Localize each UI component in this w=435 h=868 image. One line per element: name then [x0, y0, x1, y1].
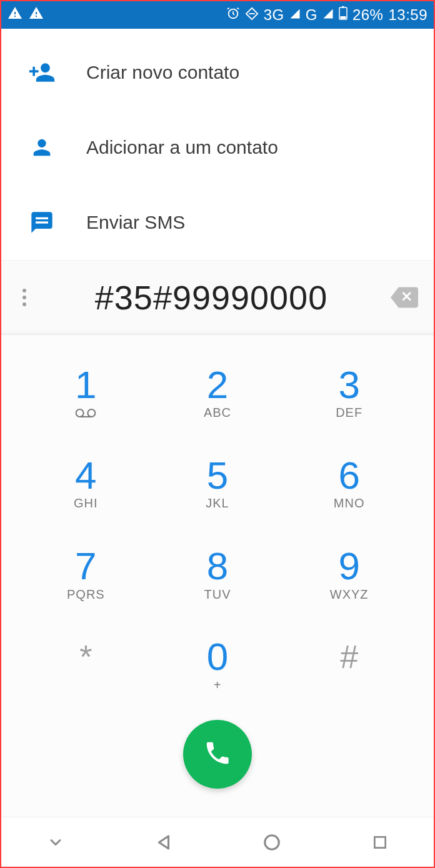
- key-digit: 6: [338, 456, 359, 495]
- key-letters: TUV: [204, 587, 231, 602]
- nav-collapse-button[interactable]: [37, 824, 74, 861]
- sms-icon: [28, 208, 56, 237]
- key-letters: ABC: [204, 406, 231, 421]
- network-g-label: G: [306, 6, 318, 24]
- key-digit: 7: [75, 547, 96, 586]
- key-digit: 1: [75, 366, 96, 404]
- key-hash[interactable]: #: [283, 620, 415, 711]
- key-2[interactable]: 2 ABC: [152, 347, 284, 438]
- add-to-contact-item[interactable]: Adicionar a um contato: [1, 110, 434, 185]
- key-7[interactable]: 7 PQRS: [20, 529, 152, 620]
- warning-icon: [29, 6, 44, 24]
- key-letters: WXYZ: [330, 587, 369, 602]
- key-digit: #: [340, 641, 358, 673]
- phone-icon: [203, 739, 232, 770]
- battery-icon: [339, 6, 348, 24]
- network-3g-label: 3G: [264, 6, 284, 24]
- key-9[interactable]: 9 WXYZ: [283, 529, 415, 620]
- key-letters: DEF: [336, 406, 362, 421]
- svg-rect-4: [36, 217, 48, 219]
- battery-percent: 26%: [352, 6, 384, 24]
- svg-point-6: [76, 409, 84, 417]
- svg-rect-5: [36, 221, 48, 223]
- status-bar: 3G G 26% 13:59: [1, 1, 434, 29]
- contact-icon: [28, 133, 56, 162]
- clock-time: 13:59: [388, 6, 428, 24]
- key-3[interactable]: 3 DEF: [283, 347, 415, 438]
- key-star[interactable]: *: [20, 620, 152, 711]
- key-0[interactable]: 0 +: [152, 620, 284, 711]
- nav-back-button[interactable]: [145, 824, 182, 861]
- alarm-icon: [226, 6, 240, 24]
- key-digit: *: [79, 641, 92, 673]
- key-4[interactable]: 4 GHI: [20, 438, 152, 529]
- key-letters: +: [214, 677, 222, 692]
- key-digit: 5: [207, 456, 228, 495]
- nav-home-button[interactable]: [253, 824, 291, 861]
- signal-icon: [322, 7, 334, 23]
- dialer-actions: Criar novo contato Adicionar a um contat…: [1, 29, 434, 260]
- svg-point-8: [264, 835, 279, 849]
- key-digit: 4: [75, 456, 96, 495]
- number-display-row: #35#99990000: [1, 260, 434, 335]
- create-contact-item[interactable]: Criar novo contato: [1, 35, 434, 110]
- wifi-icon: [245, 6, 259, 24]
- call-row: [1, 711, 434, 817]
- key-digit: 3: [338, 366, 359, 404]
- send-sms-label: Enviar SMS: [86, 212, 185, 233]
- system-nav-bar: [1, 817, 434, 867]
- svg-point-7: [88, 409, 96, 417]
- voicemail-icon: [75, 406, 96, 421]
- key-digit: 9: [338, 547, 359, 586]
- key-letters: GHI: [74, 496, 98, 511]
- svg-rect-3: [340, 16, 346, 19]
- key-digit: 2: [207, 366, 228, 404]
- create-contact-label: Criar novo contato: [86, 62, 239, 83]
- key-8[interactable]: 8 TUV: [152, 529, 284, 620]
- backspace-button[interactable]: [389, 285, 420, 310]
- add-contact-icon: [28, 58, 56, 87]
- warning-icon: [8, 6, 22, 24]
- key-1[interactable]: 1: [20, 347, 152, 438]
- send-sms-item[interactable]: Enviar SMS: [1, 185, 434, 260]
- dialed-number-display[interactable]: #35#99990000: [40, 278, 382, 317]
- key-digit: 8: [207, 547, 228, 586]
- call-button[interactable]: [183, 720, 252, 789]
- key-digit: 0: [207, 637, 228, 676]
- key-letters: JKL: [206, 496, 229, 511]
- key-6[interactable]: 6 MNO: [283, 438, 415, 529]
- dial-keypad: 1 2 ABC 3 DEF 4 GHI 5 JKL 6 MNO 7 PQRS 8…: [1, 335, 434, 711]
- nav-recent-button[interactable]: [361, 824, 399, 861]
- signal-icon: [289, 7, 301, 23]
- key-5[interactable]: 5 JKL: [152, 438, 284, 529]
- more-options-button[interactable]: [15, 289, 34, 306]
- svg-rect-9: [374, 837, 385, 847]
- svg-rect-2: [342, 6, 344, 7]
- add-to-contact-label: Adicionar a um contato: [86, 137, 278, 158]
- key-letters: MNO: [334, 496, 365, 511]
- key-letters: PQRS: [67, 587, 105, 602]
